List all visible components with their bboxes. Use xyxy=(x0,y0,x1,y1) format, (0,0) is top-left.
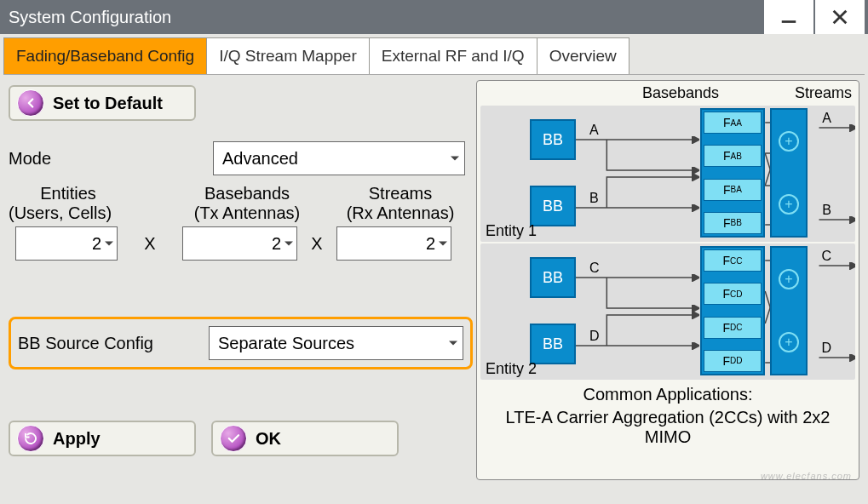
close-button[interactable] xyxy=(815,0,865,34)
fader-group-2: FCC FCD FDC FDD xyxy=(700,246,765,375)
stream-c-label: C xyxy=(821,249,831,264)
bb-block-c: BB xyxy=(530,257,576,298)
fader-dc: FDC xyxy=(704,317,762,339)
entities-subheader: (Users, Cells) xyxy=(9,203,119,223)
summer-group-1: + + xyxy=(770,108,808,238)
diagram-caption-2: LTE-A Carrier Aggregation (2CCs) with 2x… xyxy=(479,408,857,450)
diagram-caption-1: Common Applications: xyxy=(479,381,857,408)
bb-source-config-dropdown[interactable]: Separate Sources xyxy=(209,326,463,360)
entities-spinbox[interactable]: 2 xyxy=(15,226,118,261)
mode-value: Advanced xyxy=(222,149,298,169)
tab-fading-baseband-config[interactable]: Fading/Baseband Config xyxy=(3,37,207,74)
fader-dd: FDD xyxy=(704,350,762,372)
set-to-default-label: Set to Default xyxy=(53,94,163,113)
basebands-header: Basebands xyxy=(187,184,307,203)
bb-block-a: BB xyxy=(530,119,576,160)
entities-header: Entities xyxy=(9,184,119,203)
fader-ba: FBA xyxy=(704,179,762,201)
window-title: System Configuration xyxy=(3,8,764,27)
arrow-left-icon xyxy=(17,89,44,117)
bb-source-config-value: Separate Sources xyxy=(218,334,354,353)
summer-a: + xyxy=(779,131,799,152)
minimize-button[interactable] xyxy=(764,0,813,34)
diagram-basebands-label: Basebands xyxy=(642,84,787,102)
bb-block-b: BB xyxy=(530,186,576,226)
basebands-subheader: (Tx Antennas) xyxy=(187,203,307,223)
stream-d-label: D xyxy=(821,341,831,356)
summer-group-2: + + xyxy=(770,246,808,375)
streams-subheader: (Rx Antennas) xyxy=(341,203,460,223)
basebands-value: 2 xyxy=(272,234,281,254)
fader-cc: FCC xyxy=(704,249,762,272)
tab-iq-stream-mapper[interactable]: I/Q Stream Mapper xyxy=(206,37,370,74)
fader-group-1: FAA FAB FBA FBB xyxy=(700,108,765,238)
fader-bb: FBB xyxy=(704,212,762,234)
fader-cd: FCD xyxy=(704,283,762,305)
tabs-bar: Fading/Baseband Config I/Q Stream Mapper… xyxy=(3,37,865,75)
window-titlebar: System Configuration xyxy=(0,0,868,34)
fader-aa: FAA xyxy=(704,112,762,134)
signal-a-label: A xyxy=(589,123,599,138)
entity-2-label: Entity 2 xyxy=(486,360,537,378)
watermark: www.elecfans.com xyxy=(761,471,852,481)
stream-a-label: A xyxy=(822,111,831,126)
apply-label: Apply xyxy=(53,429,101,449)
check-icon xyxy=(220,425,247,452)
bb-source-config-label: BB Source Config xyxy=(18,330,209,357)
summer-d: + xyxy=(779,332,799,352)
bb-source-config-group: BB Source Config Separate Sources xyxy=(9,317,473,369)
summer-b: + xyxy=(779,194,799,215)
fader-ab: FAB xyxy=(704,145,762,167)
signal-c-label: C xyxy=(589,261,600,276)
entity-1-block: BB BB A B FAA FAB FBA FBB + + A B Entity… xyxy=(480,106,855,242)
topology-diagram: Basebands Streams xyxy=(476,80,859,480)
multiply-symbol-1: X xyxy=(118,234,182,254)
basebands-spinbox[interactable]: 2 xyxy=(182,226,297,261)
signal-b-label: B xyxy=(589,191,599,206)
entity-2-block: BB BB C D FCC FCD FDC FDD + + C D Entity… xyxy=(480,243,855,380)
entities-value: 2 xyxy=(92,234,101,254)
streams-spinbox[interactable]: 2 xyxy=(336,226,451,261)
summer-c: + xyxy=(779,269,799,289)
tab-external-rf-iq[interactable]: External RF and I/Q xyxy=(369,37,537,74)
entity-1-label: Entity 1 xyxy=(486,222,537,240)
multiply-symbol-2: X xyxy=(297,234,336,254)
tab-body: Set to Default Mode Advanced Entities (U… xyxy=(3,75,865,485)
left-panel: Set to Default Mode Advanced Entities (U… xyxy=(9,80,473,480)
diagram-streams-label: Streams xyxy=(787,84,852,102)
streams-value: 2 xyxy=(426,234,435,254)
stream-b-label: B xyxy=(822,203,831,218)
minimize-icon xyxy=(779,8,798,26)
close-icon xyxy=(831,8,849,26)
ok-label: OK xyxy=(256,429,281,449)
tab-overview[interactable]: Overview xyxy=(537,37,629,74)
ok-button[interactable]: OK xyxy=(211,421,399,456)
apply-button[interactable]: Apply xyxy=(9,421,196,456)
streams-header: Streams xyxy=(341,184,460,203)
mode-dropdown[interactable]: Advanced xyxy=(213,141,465,175)
mode-label: Mode xyxy=(9,146,213,172)
bb-block-d: BB xyxy=(530,324,576,364)
content-area: Fading/Baseband Config I/Q Stream Mapper… xyxy=(0,34,868,504)
signal-d-label: D xyxy=(589,329,600,344)
refresh-icon xyxy=(17,425,44,452)
set-to-default-button[interactable]: Set to Default xyxy=(9,85,196,121)
